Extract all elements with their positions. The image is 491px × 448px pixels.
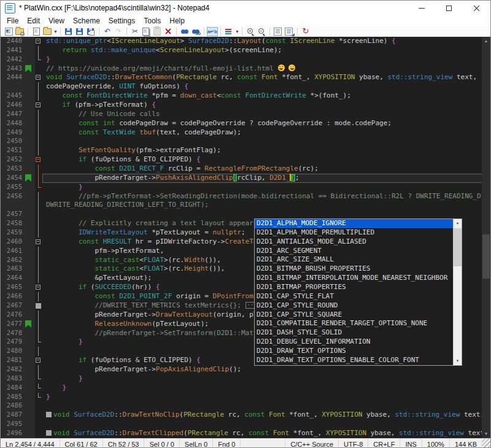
fold-toggle-icon[interactable] <box>35 101 42 110</box>
bookmark-cell[interactable] <box>24 301 33 311</box>
line-number[interactable]: 2459 <box>1 228 24 238</box>
status-encoding[interactable]: UTF-8 <box>338 439 368 448</box>
bookmark-cell[interactable] <box>24 210 33 219</box>
menu-item-tools[interactable]: Tools <box>139 16 165 26</box>
line-number[interactable]: 2460 <box>1 238 24 247</box>
status-insert-mode[interactable]: INS <box>400 439 421 448</box>
code-text[interactable] <box>42 137 490 146</box>
view-document-icon[interactable] <box>273 27 284 36</box>
bookmark-cell[interactable] <box>24 119 33 128</box>
code-line[interactable]: 2452 if (fuOptions & ETO_CLIPPED) { <box>1 155 490 164</box>
code-text[interactable]: void SurfaceD2D::DrawTextClipped(PRectan… <box>42 429 490 438</box>
bookmark-cell[interactable] <box>24 429 33 438</box>
autocomplete-item[interactable]: D2D1_BITMAP_BRUSH_PROPERTIES <box>255 265 453 274</box>
autocomplete-item[interactable]: D2D1_BITMAP_INTERPOLATION_MODE_NEAREST_N… <box>255 274 453 283</box>
code-text[interactable]: } <box>42 374 490 384</box>
line-number[interactable]: 2446 <box>1 101 24 110</box>
autocomplete-item[interactable]: D2D1_DRAW_TEXT_OPTIONS <box>255 347 453 356</box>
maximize-button[interactable] <box>435 1 463 15</box>
line-number[interactable]: 2454 <box>1 174 24 183</box>
bookmark-cell[interactable] <box>24 55 33 64</box>
autocomplete-item[interactable]: D2D1_ARC_SIZE_SMALL <box>255 255 453 265</box>
line-number[interactable] <box>1 82 24 91</box>
bookmark-cell[interactable] <box>24 374 33 384</box>
find-icon[interactable] <box>179 27 190 36</box>
autocomplete-item[interactable]: D2D1_DASH_STYLE_SOLID <box>255 328 453 338</box>
line-number[interactable]: 2482 <box>1 365 24 374</box>
bookmark-cell[interactable] <box>24 128 33 137</box>
code-line[interactable]: 2444void SurfaceD2D::DrawTextCommon(PRec… <box>1 73 490 82</box>
scroll-thumb[interactable] <box>482 234 490 279</box>
line-number[interactable]: 2455 <box>1 183 24 192</box>
menu-item-edit[interactable]: Edit <box>23 16 44 26</box>
bookmark-cell[interactable] <box>24 46 33 55</box>
code-line[interactable]: 2453 const D2D1_RECT_F rcClip = Rectangl… <box>1 164 490 174</box>
line-number[interactable]: 2495 <box>1 420 24 429</box>
autocomplete-item[interactable]: D2D1_ALPHA_MODE_PREMULTIPLIED <box>255 228 453 238</box>
code-text[interactable]: } <box>42 55 490 64</box>
bookmark-cell[interactable] <box>24 420 33 429</box>
bookmark-cell[interactable] <box>24 247 33 256</box>
line-number[interactable]: 2457 <box>1 210 24 219</box>
code-line[interactable]: 2495 <box>1 420 490 429</box>
code-text[interactable]: const D2D1_RECT_F rcClip = RectangleFrom… <box>42 164 490 174</box>
bookmark-cell[interactable] <box>24 274 33 283</box>
bookmark-cell[interactable] <box>24 338 33 347</box>
code-text[interactable]: void SurfaceD2D::DrawTextNoClip(PRectang… <box>42 411 490 420</box>
line-number[interactable]: 2465 <box>1 283 24 292</box>
copy-icon[interactable] <box>141 27 152 36</box>
bookmark-cell[interactable] <box>24 164 33 174</box>
edit-mode-icon[interactable] <box>284 27 295 36</box>
bookmark-cell[interactable] <box>24 401 33 411</box>
status-scheme[interactable]: C/C++ Source <box>285 439 338 448</box>
code-line[interactable]: 2483 } <box>1 374 490 384</box>
code-text[interactable]: // https://unicode.org/emoji/charts/full… <box>42 64 490 74</box>
code-text[interactable]: const FontDirectWrite *pfm = down_cast<c… <box>42 91 490 101</box>
code-line[interactable]: codePageOverride, UINT fuOptions) { <box>1 82 490 91</box>
line-number[interactable]: 2481 <box>1 356 24 365</box>
line-number[interactable]: 2456 <box>1 192 24 201</box>
bookmark-cell[interactable] <box>24 73 33 82</box>
line-number[interactable]: 2442 <box>1 55 24 64</box>
popup-scroll-down-icon[interactable]: ▼ <box>454 357 462 365</box>
code-line[interactable]: 2449 const TextWide tbuf(text, codePageD… <box>1 128 490 137</box>
line-number[interactable]: 2478 <box>1 329 24 338</box>
code-line[interactable]: 2450 <box>1 137 490 146</box>
bookmark-cell[interactable] <box>24 347 33 356</box>
bookmark-cell[interactable] <box>24 365 33 374</box>
bookmark-icon[interactable] <box>24 174 33 183</box>
autocomplete-item[interactable]: D2D1_DEBUG_LEVEL_INFORMATION <box>255 338 453 347</box>
bookmark-cell[interactable] <box>24 110 33 119</box>
open-file-dropdown-icon[interactable]: ▼ <box>53 29 58 34</box>
autocomplete-item[interactable]: D2D1_ALPHA_MODE_IGNORE <box>255 219 453 228</box>
line-number[interactable]: 2441 <box>1 46 24 55</box>
code-text[interactable]: SetFontQuality(pfm->extraFontFlag); <box>42 146 490 155</box>
code-line[interactable]: 2482 pRenderTarget->PopAxisAlignedClip()… <box>1 365 490 374</box>
line-number[interactable]: 2443 <box>1 64 24 74</box>
code-line[interactable]: 2455 } <box>1 183 490 192</box>
line-number[interactable]: 2476 <box>1 311 24 320</box>
code-text[interactable] <box>42 401 490 411</box>
autocomplete-item[interactable]: D2D1_ANTIALIAS_MODE_ALIASED <box>255 238 453 247</box>
word-wrap-icon[interactable]: a↵b <box>207 27 218 36</box>
bookmark-cell[interactable] <box>24 91 33 101</box>
code-editor[interactable]: 2440std::unique_ptr<IScreenLineLayout> S… <box>1 37 490 438</box>
undo-icon[interactable]: ↶ <box>102 27 113 36</box>
menu-item-settings[interactable]: Settings <box>104 16 139 26</box>
code-line[interactable]: 2445 const FontDirectWrite *pfm = down_c… <box>1 91 490 101</box>
scroll-up-icon[interactable]: ▲ <box>482 37 490 45</box>
code-text[interactable]: pRenderTarget->PushAxisAlignedClip(rcCli… <box>42 174 490 183</box>
line-number[interactable]: 2496 <box>1 429 24 438</box>
replace-icon[interactable]: ab <box>190 27 201 36</box>
menu-item-help[interactable]: Help <box>165 16 189 26</box>
bookmark-cell[interactable] <box>24 219 33 228</box>
bookmark-cell[interactable] <box>24 155 33 164</box>
code-text[interactable]: void SurfaceD2D::DrawTextCommon(PRectang… <box>42 73 490 82</box>
autocomplete-item[interactable]: D2D1_DRAW_TEXT_OPTIONS_ENABLE_COLOR_FONT <box>255 356 453 365</box>
code-line[interactable]: DWRITE_READING_DIRECTION_LEFT_TO_RIGHT); <box>1 201 490 210</box>
bookmark-cell[interactable] <box>24 201 33 210</box>
bookmark-icon[interactable] <box>24 64 33 74</box>
line-number[interactable]: 2462 <box>1 256 24 265</box>
line-number[interactable]: 2483 <box>1 374 24 384</box>
bookmark-cell[interactable] <box>24 192 33 201</box>
